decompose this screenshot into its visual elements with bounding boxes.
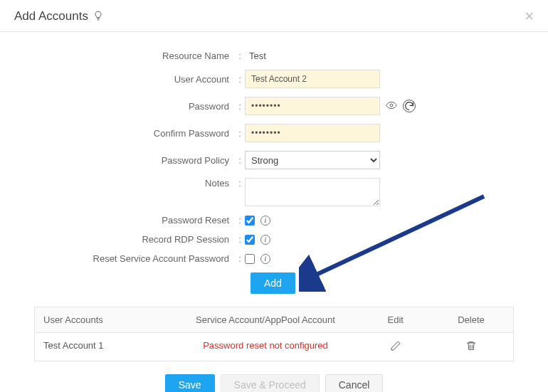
password-input[interactable] [245, 97, 380, 115]
col-delete: Delete [429, 307, 513, 332]
dialog-header: Add Accounts × [0, 0, 548, 32]
confirm-password-label: Confirm Password [28, 128, 235, 139]
accounts-table: User Accounts Service Account/AppPool Ac… [34, 307, 514, 361]
table-header: User Accounts Service Account/AppPool Ac… [35, 307, 513, 332]
password-label: Password [28, 101, 235, 112]
edit-icon[interactable] [390, 343, 401, 354]
save-button[interactable]: Save [165, 374, 215, 392]
lightbulb-icon[interactable] [93, 10, 104, 23]
reset-svc-label: Reset Service Account Password [28, 253, 235, 264]
col-edit: Edit [362, 307, 429, 332]
close-icon[interactable]: × [525, 9, 534, 24]
eye-icon[interactable] [386, 100, 397, 113]
footer-buttons: Save Save & Proceed Cancel [0, 371, 548, 392]
save-proceed-button: Save & Proceed [221, 374, 320, 392]
add-button[interactable]: Add [251, 272, 295, 294]
user-account-input[interactable] [245, 70, 380, 88]
info-icon[interactable]: i [260, 216, 270, 226]
delete-icon[interactable] [465, 343, 477, 354]
generate-password-icon[interactable] [403, 100, 416, 112]
confirm-password-input[interactable] [245, 124, 380, 142]
password-policy-select[interactable]: Strong [245, 151, 380, 169]
reset-service-checkbox[interactable] [245, 254, 255, 264]
table-row: Test Account 1 Password reset not config… [35, 332, 513, 361]
record-rdp-label: Record RDP Session [28, 234, 235, 245]
notes-input[interactable] [245, 178, 380, 206]
user-account-label: User Account [28, 74, 235, 85]
col-user-accounts: User Accounts [35, 307, 169, 332]
notes-label: Notes [28, 178, 235, 189]
resource-name-label: Resource Name [28, 51, 235, 61]
info-icon[interactable]: i [260, 235, 270, 245]
dialog-title: Add Accounts [14, 9, 88, 23]
svg-point-0 [390, 104, 393, 107]
cancel-button[interactable]: Cancel [325, 374, 384, 392]
row-user: Test Account 1 [35, 333, 169, 361]
password-reset-checkbox[interactable] [245, 216, 255, 226]
password-policy-label: Password Policy [28, 155, 235, 166]
record-rdp-checkbox[interactable] [245, 235, 255, 245]
password-reset-label: Password Reset [28, 215, 235, 226]
form: Resource Name : Test User Account : Pass… [0, 32, 548, 307]
resource-name-value: Test [245, 51, 266, 61]
col-service-account: Service Account/AppPool Account [169, 307, 362, 332]
row-service-status: Password reset not configured [169, 333, 362, 361]
info-icon[interactable]: i [260, 254, 270, 264]
